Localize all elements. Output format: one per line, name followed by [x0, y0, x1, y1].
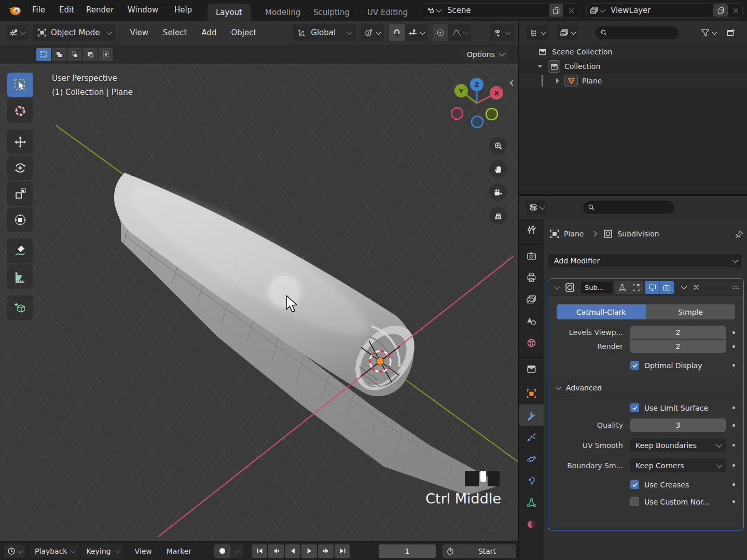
tab-sculpting[interactable]: Sculpting: [305, 4, 358, 22]
viewlayer-copy-button[interactable]: [713, 4, 728, 17]
boundary-animate-dot[interactable]: [732, 464, 735, 467]
tab-object-data[interactable]: [519, 492, 544, 513]
snap-settings-dropdown[interactable]: [405, 29, 427, 37]
prev-keyframe-button[interactable]: [268, 544, 284, 558]
menu-window[interactable]: Window: [120, 5, 165, 15]
use-creases-animate-dot[interactable]: [732, 483, 735, 486]
menu-view[interactable]: View: [123, 28, 156, 37]
on-cage-toggle[interactable]: [629, 281, 643, 294]
use-custom-normals-checkbox[interactable]: [630, 497, 639, 506]
transform-orientation-dropdown[interactable]: Global: [293, 24, 356, 41]
render-animate-dot[interactable]: [732, 345, 735, 348]
camera-view-button[interactable]: [489, 184, 507, 201]
tab-output[interactable]: [519, 267, 544, 288]
tab-particles[interactable]: [519, 426, 544, 448]
jump-to-end-button[interactable]: [335, 544, 350, 558]
tool-move[interactable]: [7, 130, 33, 154]
scene-name[interactable]: Scene: [443, 6, 549, 15]
render-levels-field[interactable]: 2: [630, 340, 726, 353]
frame-start-field[interactable]: Start: [442, 544, 516, 558]
use-limit-surface-checkbox[interactable]: [630, 403, 639, 412]
properties-editor-type-button[interactable]: [526, 200, 547, 215]
modifier-panel-header[interactable]: Sub...: [548, 279, 743, 296]
outliner-row-plane[interactable]: Plane: [519, 74, 747, 88]
optimal-display-checkbox[interactable]: [630, 361, 639, 370]
outliner-row-scene-collection[interactable]: Scene Collection: [519, 45, 747, 59]
add-modifier-dropdown[interactable]: Add Modifier: [548, 253, 743, 268]
proportional-falloff-dropdown[interactable]: [448, 29, 471, 37]
object-visibility-dropdown[interactable]: [490, 24, 514, 41]
navigation-gizmo[interactable]: Z Y X: [446, 73, 508, 130]
auto-key-dropdown[interactable]: [230, 544, 243, 558]
tab-material[interactable]: [519, 513, 544, 535]
keying-menu[interactable]: Keying: [81, 544, 123, 558]
playback-menu[interactable]: Playback: [30, 544, 79, 558]
editor-type-button[interactable]: [6, 25, 27, 40]
tab-layout[interactable]: Layout: [208, 4, 251, 22]
tab-modeling[interactable]: Modeling: [257, 4, 309, 22]
next-keyframe-button[interactable]: [318, 544, 334, 558]
select-mode-set[interactable]: [36, 48, 51, 61]
perspective-toggle-button[interactable]: [489, 207, 507, 225]
outliner-row-collection[interactable]: Collection: [519, 59, 747, 74]
scene-unlink-button[interactable]: [564, 7, 578, 14]
timeline-marker-menu[interactable]: Marker: [159, 547, 199, 555]
options-dropdown[interactable]: Options: [462, 48, 508, 61]
pan-button[interactable]: [489, 160, 507, 178]
proportional-edit-toggle[interactable]: [433, 24, 448, 41]
select-mode-extend[interactable]: [52, 48, 66, 61]
viewport-canvas[interactable]: [0, 64, 518, 542]
menu-edit[interactable]: Edit: [52, 5, 81, 15]
optimal-display-animate-dot[interactable]: [732, 364, 735, 367]
tool-add-cube[interactable]: [7, 296, 33, 320]
menu-file[interactable]: File: [25, 5, 52, 15]
pivot-point-dropdown[interactable]: [361, 24, 384, 41]
drag-handle-icon[interactable]: [731, 284, 739, 291]
realtime-display-toggle[interactable]: [645, 281, 659, 294]
tab-uv-editing[interactable]: UV Editing: [359, 4, 416, 22]
auto-key-toggle[interactable]: [214, 544, 230, 558]
select-mode-subtract[interactable]: [67, 48, 82, 61]
properties-search[interactable]: [583, 201, 674, 214]
tool-scale[interactable]: [7, 181, 33, 206]
modifier-name-field[interactable]: Sub...: [581, 282, 613, 293]
viewlayer-browse-button[interactable]: [587, 4, 606, 17]
tool-transform[interactable]: [7, 207, 33, 232]
menu-object[interactable]: Object: [224, 28, 264, 37]
delete-modifier-icon[interactable]: [693, 284, 700, 291]
tab-object[interactable]: [519, 383, 544, 404]
tab-world[interactable]: [519, 332, 544, 354]
tab-constraints[interactable]: [519, 470, 544, 492]
expand-arrow-icon[interactable]: [537, 65, 543, 68]
quality-animate-dot[interactable]: [732, 424, 735, 427]
tab-view-layer[interactable]: [519, 288, 544, 310]
use-custom-animate-dot[interactable]: [732, 500, 735, 503]
menu-help[interactable]: Help: [167, 5, 199, 15]
viewlayer-name[interactable]: ViewLayer: [606, 6, 713, 15]
tool-select-box[interactable]: [7, 73, 33, 97]
tool-annotate[interactable]: [7, 239, 33, 263]
tab-scene[interactable]: [519, 310, 544, 332]
jump-to-start-button[interactable]: [252, 544, 267, 558]
sidebar-toggle-icon[interactable]: [509, 79, 514, 89]
catmull-clark-button[interactable]: Catmull-Clark: [557, 304, 646, 319]
simple-button[interactable]: Simple: [646, 304, 736, 319]
levels-viewport-field[interactable]: 2: [630, 326, 726, 339]
play-button[interactable]: [301, 544, 317, 558]
quality-field[interactable]: 3: [630, 418, 726, 432]
menu-select[interactable]: Select: [156, 28, 194, 37]
select-mode-invert[interactable]: [83, 48, 98, 61]
expand-arrow-icon[interactable]: [556, 78, 559, 83]
modifier-extras-icon[interactable]: [681, 284, 687, 289]
advanced-subpanel-header[interactable]: Advanced: [548, 379, 743, 396]
levels-animate-dot[interactable]: [732, 331, 735, 334]
current-frame-field[interactable]: 1: [379, 544, 436, 558]
zoom-button[interactable]: [489, 137, 507, 155]
outliner-editor-type-button[interactable]: [527, 25, 548, 40]
uv-smooth-dropdown[interactable]: Keep Boundaries: [630, 438, 726, 452]
tool-measure[interactable]: [7, 264, 33, 289]
tool-cursor[interactable]: [7, 99, 33, 123]
panel-expand-icon[interactable]: [555, 284, 560, 289]
use-limit-animate-dot[interactable]: [732, 407, 735, 409]
timeline-view-menu[interactable]: View: [128, 547, 159, 555]
